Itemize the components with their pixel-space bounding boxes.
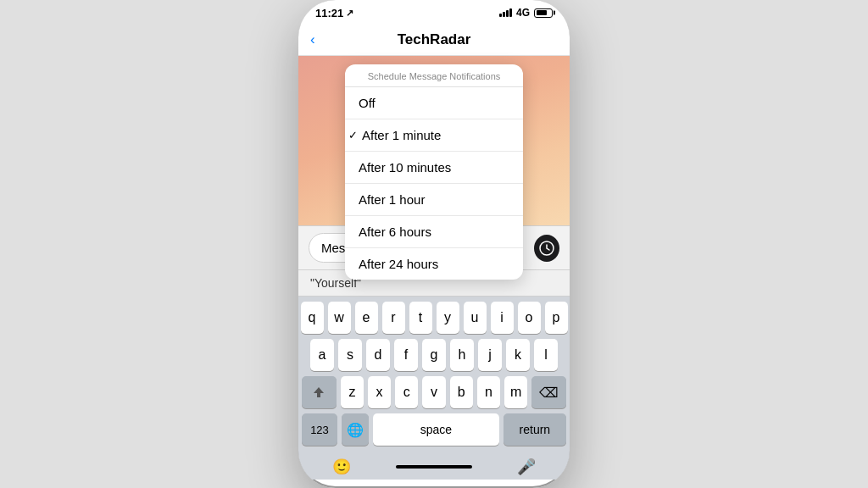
key-m[interactable]: m [504,376,527,408]
key-p[interactable]: p [545,302,568,334]
battery-fill [537,10,548,15]
dropdown-item-6hours-label: After 6 hours [359,225,431,239]
status-time: 11:21 ↗ [315,7,353,19]
clock-icon [539,241,554,256]
key-z[interactable]: z [341,376,364,408]
status-bar: 11:21 ↗ 4G [298,0,570,24]
key-i[interactable]: i [491,302,514,334]
key-o[interactable]: o [518,302,541,334]
delete-key[interactable]: ⌫ [531,376,566,408]
status-icons: 4G [499,7,553,19]
dropdown-item-24hours-label: After 24 hours [359,257,438,271]
signal-bar-1 [499,14,502,17]
key-a[interactable]: a [310,339,334,371]
signal-bar-4 [509,8,512,17]
key-e[interactable]: e [355,302,378,334]
dropdown-item-off-label: Off [359,96,376,110]
dropdown-header: Schedule Message Notifications [345,64,523,87]
dropdown-item-6hours[interactable]: After 6 hours [345,216,523,248]
key-j[interactable]: j [478,339,502,371]
keyboard-row-2: a s d f g h j k l [302,339,566,371]
dropdown-item-10min-label: After 10 minutes [359,160,451,175]
battery-icon [534,8,553,18]
key-n[interactable]: n [477,376,500,408]
signal-bars [499,8,512,17]
emoji-icon[interactable]: 🙂 [332,458,351,476]
keyboard-row-1: q w e r t y u i o p [302,302,566,334]
space-key[interactable]: space [373,413,499,446]
back-button[interactable]: ‹ [310,31,315,48]
num-key[interactable]: 123 [302,413,337,446]
signal-icon: ↗ [346,8,353,19]
key-k[interactable]: k [506,339,530,371]
shift-key[interactable] [302,376,337,408]
schedule-dropdown: Schedule Message Notifications Off ✓ Aft… [345,64,523,280]
dropdown-item-1hour-label: After 1 hour [359,192,425,207]
phone-frame: 11:21 ↗ 4G ‹ TechRadar Schedule Message … [298,0,570,488]
signal-bar-2 [503,12,505,17]
keyboard-row-3: z x c v b n m ⌫ [302,376,566,408]
dropdown-item-1hour[interactable]: After 1 hour [345,184,523,216]
time-display: 11:21 [315,7,343,19]
dropdown-item-1min[interactable]: ✓ After 1 minute [345,119,523,152]
clock-button[interactable] [534,235,559,262]
key-q[interactable]: q [301,302,324,334]
key-t[interactable]: t [409,302,432,334]
dropdown-item-off[interactable]: Off [345,87,523,119]
key-u[interactable]: u [464,302,487,334]
dropdown-item-1min-label: After 1 minute [362,128,441,142]
dropdown-item-24hours[interactable]: After 24 hours [345,248,523,280]
key-d[interactable]: d [366,339,390,371]
dropdown-item-10min[interactable]: After 10 minutes [345,152,523,184]
bottom-icons-bar: 🙂 🎤 [298,454,570,480]
nav-bar: ‹ TechRadar [298,24,570,56]
key-f[interactable]: f [394,339,418,371]
back-label: ‹ [310,31,315,48]
key-y[interactable]: y [437,302,459,334]
key-h[interactable]: h [450,339,474,371]
nav-title: TechRadar [398,31,471,48]
signal-bar-3 [506,10,509,17]
emoji-key[interactable]: 🌐 [342,413,369,446]
key-g[interactable]: g [422,339,446,371]
key-x[interactable]: x [368,376,391,408]
key-s[interactable]: s [338,339,362,371]
key-v[interactable]: v [422,376,445,408]
home-indicator [396,465,472,469]
chat-background: Schedule Message Notifications Off ✓ Aft… [298,56,570,225]
network-type: 4G [516,7,530,19]
return-key[interactable]: return [504,413,566,446]
shift-icon [312,385,326,399]
key-c[interactable]: c [395,376,418,408]
keyboard: q w e r t y u i o p a s d f g h j k l [298,297,570,454]
key-w[interactable]: w [328,302,351,334]
key-b[interactable]: b [450,376,473,408]
key-r[interactable]: r [382,302,405,334]
key-l[interactable]: l [534,339,558,371]
keyboard-row-4: 123 🌐 space return [302,413,566,446]
microphone-icon[interactable]: 🎤 [517,458,536,476]
checkmark-icon: ✓ [348,129,358,141]
